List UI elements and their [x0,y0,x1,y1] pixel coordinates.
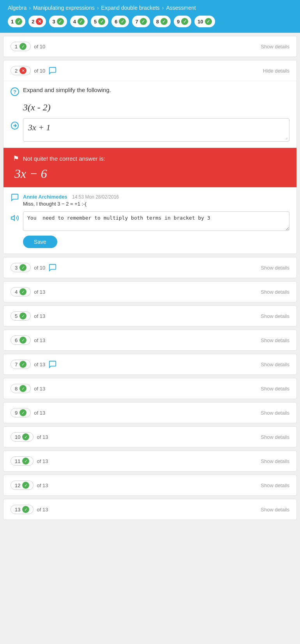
q9-show-details[interactable]: Show details [261,410,289,416]
card-2-header: 2 ✕ of 10 Hide details [4,60,296,81]
nav-q4[interactable]: 4 ✓ [70,16,88,27]
breadcrumb-manipulating[interactable]: Manipulating expressions [33,5,95,11]
q12-badge: 12 ✓ [11,481,34,490]
q2-response-textarea[interactable]: You need to remember to multiply both te… [23,211,289,231]
card-12-header: 12 ✓ of 13 Show details [4,475,296,495]
q4-show-details[interactable]: Show details [261,289,289,295]
question-card-4: 4 ✓ of 13 Show details [3,281,297,302]
card-11-header: 11 ✓ of 13 Show details [4,451,296,471]
nav-q5[interactable]: 5 ✓ [91,16,108,27]
q12-status-icon: ✓ [22,482,29,489]
q10-status-icon: ✓ [22,433,29,440]
q9-badge: 9 ✓ [11,408,31,417]
nav-q10-check: ✓ [205,18,212,25]
q8-badge: 8 ✓ [11,384,31,393]
q2-error-text: Not quite! the correct answer is: [23,155,105,162]
nav-q3[interactable]: 3 ✓ [49,16,67,27]
q10-show-details[interactable]: Show details [261,434,289,440]
card-8-header: 8 ✓ of 13 Show details [4,378,296,399]
q5-show-details[interactable]: Show details [261,313,289,319]
card-1-left: 1 ✓ of 10 [11,42,45,51]
q13-badge: 13 ✓ [11,505,34,514]
card-5-header: 5 ✓ of 13 Show details [4,306,296,326]
q2-error-title: ⚑ Not quite! the correct answer is: [13,154,287,163]
card-11-left: 11 ✓ of 13 [11,456,48,466]
q2-comment-text: Miss, I thought 3 − 2 = +1 :-( [23,201,119,207]
q2-comment-section: Annie Archimedes 14:53 Mon 28/02/2016 Mi… [4,187,296,254]
nav-q8-number: 8 [156,19,159,25]
q5-of-text: of 13 [34,313,45,319]
nav-q5-number: 5 [94,19,97,25]
nav-q1-check: ✓ [15,18,22,25]
question-card-3: 3 ✓ of 10 Show details [3,257,297,278]
q8-show-details[interactable]: Show details [261,386,289,392]
q2-comment-row: Annie Archimedes 14:53 Mon 28/02/2016 Mi… [11,193,289,207]
q2-badge: 2 ✕ [11,66,31,75]
q9-status-icon: ✓ [19,409,26,416]
card-6-left: 6 ✓ of 13 [11,335,45,345]
nav-q3-check: ✓ [57,18,64,25]
q13-status-icon: ✓ [22,506,29,513]
q2-answer-box: 3x + 1 ⌟ [23,118,289,142]
q11-badge: 11 ✓ [11,456,34,466]
q2-resize-handle: ⌟ [285,135,288,140]
nav-q2-x: ✕ [36,18,43,25]
q11-show-details[interactable]: Show details [261,458,289,464]
card-13-left: 13 ✓ of 13 [11,505,48,514]
q1-number: 1 [15,44,18,50]
q2-prompt-row: ? Expand and simplify the following. [11,81,289,100]
nav-q6[interactable]: 6 ✓ [111,16,129,27]
q1-show-details[interactable]: Show details [261,44,289,50]
q2-hide-details[interactable]: Hide details [263,68,289,74]
q1-of-text: of 10 [34,44,45,50]
q8-status-icon: ✓ [19,385,26,392]
q6-badge: 6 ✓ [11,335,31,345]
nav-q6-check: ✓ [119,18,126,25]
nav-q9[interactable]: 9 ✓ [174,16,191,27]
q4-status-icon: ✓ [19,288,26,295]
q12-show-details[interactable]: Show details [261,483,289,488]
q2-status-icon: ✕ [19,67,26,74]
q6-status-icon: ✓ [19,337,26,344]
nav-q8[interactable]: 8 ✓ [153,16,171,27]
nav-q7[interactable]: 7 ✓ [132,16,150,27]
q2-comment-content: Annie Archimedes 14:53 Mon 28/02/2016 Mi… [23,193,119,207]
card-10-header: 10 ✓ of 13 Show details [4,427,296,447]
q2-comment-avatar-icon [11,193,19,202]
card-6-header: 6 ✓ of 13 Show details [4,330,296,350]
nav-q4-number: 4 [73,19,76,25]
q4-number: 4 [15,289,18,295]
q13-show-details[interactable]: Show details [261,507,289,513]
nav-q4-check: ✓ [78,18,85,25]
q5-status-icon: ✓ [19,312,26,319]
nav-q10[interactable]: 10 ✓ [194,16,215,27]
card-4-left: 4 ✓ of 13 [11,287,45,296]
breadcrumb-expand[interactable]: Expand double brackets [101,5,160,11]
nav-q2[interactable]: 2 ✕ [28,16,46,27]
card-3-header: 3 ✓ of 10 Show details [4,257,296,278]
q13-of-text: of 13 [37,507,48,513]
question-card-2: 2 ✕ of 10 Hide details ? Expand and simp… [3,60,297,254]
question-card-12: 12 ✓ of 13 Show details [3,475,297,496]
q11-status-icon: ✓ [22,458,29,465]
nav-q1[interactable]: 1 ✓ [8,16,25,27]
q2-save-button[interactable]: Save [23,236,57,248]
question-card-5: 5 ✓ of 13 Show details [3,305,297,326]
header: Algebra › Manipulating expressions › Exp… [0,0,300,33]
breadcrumb-assessment[interactable]: Assessment [166,5,196,11]
card-12-left: 12 ✓ of 13 [11,481,48,490]
q7-show-details[interactable]: Show details [261,362,289,367]
q2-arrow-icon [11,121,19,130]
q3-show-details[interactable]: Show details [261,265,289,271]
breadcrumb-sep-2: › [97,5,99,11]
card-1-header: 1 ✓ of 10 Show details [4,36,296,57]
q6-of-text: of 13 [34,337,45,343]
q2-content: ? Expand and simplify the following. 3(x… [4,81,296,148]
question-navigation: 1 ✓ 2 ✕ 3 ✓ 4 ✓ 5 ✓ 6 ✓ 7 ✓ [8,16,292,27]
q6-show-details[interactable]: Show details [261,337,289,343]
question-card-9: 9 ✓ of 13 Show details [3,402,297,423]
card-5-left: 5 ✓ of 13 [11,311,45,321]
q1-status-icon: ✓ [19,43,26,50]
breadcrumb-algebra[interactable]: Algebra [8,5,26,11]
q11-of-text: of 13 [37,458,48,464]
